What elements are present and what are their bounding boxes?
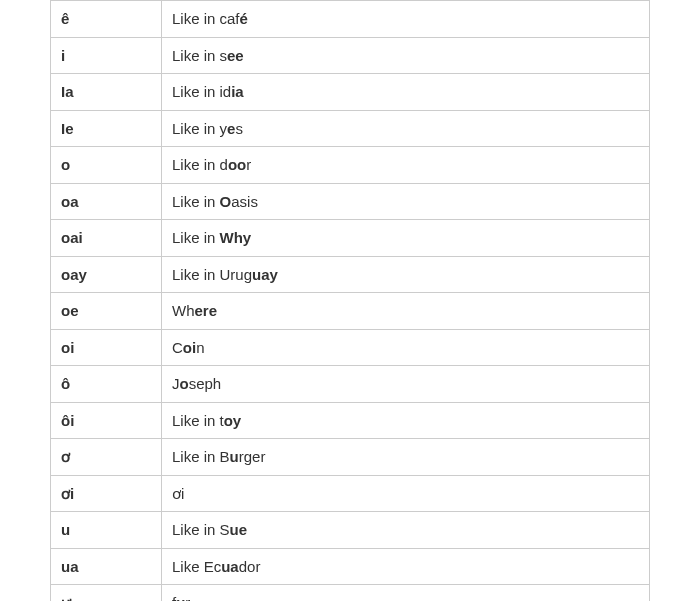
description-cell: Like in see xyxy=(162,37,650,74)
sound-cell: ôi xyxy=(51,402,162,439)
table-row: uLike in Sue xyxy=(51,512,650,549)
sound-cell: ơi xyxy=(51,475,162,512)
sound-cell: oay xyxy=(51,256,162,293)
sound-cell: ô xyxy=(51,366,162,403)
sound-cell: Ie xyxy=(51,110,162,147)
description-cell: Like in Sue xyxy=(162,512,650,549)
description-cell: ơi xyxy=(162,475,650,512)
table-row: oiCoin xyxy=(51,329,650,366)
pronunciation-table: êLike in caféiLike in seeIaLike in idiaI… xyxy=(50,0,650,601)
sound-cell: i xyxy=(51,37,162,74)
table-row: ơLike in Burger xyxy=(51,439,650,476)
description-cell: Like in idia xyxy=(162,74,650,111)
table-row: oayLike in Uruguay xyxy=(51,256,650,293)
sound-cell: oa xyxy=(51,183,162,220)
sound-cell: oe xyxy=(51,293,162,330)
description-cell: Like in Oasis xyxy=(162,183,650,220)
table-row: oaLike in Oasis xyxy=(51,183,650,220)
table-row: ôJoseph xyxy=(51,366,650,403)
description-cell: Joseph xyxy=(162,366,650,403)
sound-cell: ua xyxy=(51,548,162,585)
table-row: iLike in see xyxy=(51,37,650,74)
description-cell: Like in toy xyxy=(162,402,650,439)
description-cell: Like in Uruguay xyxy=(162,256,650,293)
table-row: IaLike in idia xyxy=(51,74,650,111)
table-row: oeWhere xyxy=(51,293,650,330)
sound-cell: ư xyxy=(51,585,162,602)
sound-cell: ê xyxy=(51,1,162,38)
table-row: uaLike Ecuador xyxy=(51,548,650,585)
table-row: ưfur xyxy=(51,585,650,602)
description-cell: Where xyxy=(162,293,650,330)
sound-cell: u xyxy=(51,512,162,549)
table-row: oLike in door xyxy=(51,147,650,184)
pronunciation-table-container: êLike in caféiLike in seeIaLike in idiaI… xyxy=(0,0,700,601)
sound-cell: o xyxy=(51,147,162,184)
table-row: ơiơi xyxy=(51,475,650,512)
sound-cell: Ia xyxy=(51,74,162,111)
description-cell: Like in Burger xyxy=(162,439,650,476)
table-row: êLike in café xyxy=(51,1,650,38)
description-cell: Like in café xyxy=(162,1,650,38)
description-cell: Like in yes xyxy=(162,110,650,147)
description-cell: Coin xyxy=(162,329,650,366)
description-cell: Like in door xyxy=(162,147,650,184)
table-row: IeLike in yes xyxy=(51,110,650,147)
description-cell: Like Ecuador xyxy=(162,548,650,585)
table-row: oaiLike in Why xyxy=(51,220,650,257)
sound-cell: oai xyxy=(51,220,162,257)
description-cell: fur xyxy=(162,585,650,602)
sound-cell: ơ xyxy=(51,439,162,476)
description-cell: Like in Why xyxy=(162,220,650,257)
sound-cell: oi xyxy=(51,329,162,366)
table-row: ôiLike in toy xyxy=(51,402,650,439)
